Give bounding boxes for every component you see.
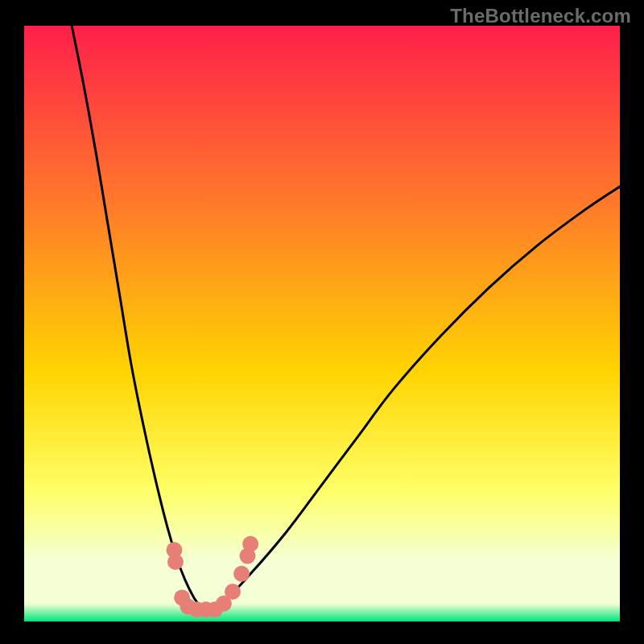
plot-background [24,26,620,621]
right-dot-5 [242,536,258,552]
watermark-text: TheBottleneck.com [450,5,631,27]
bottleneck-chart [0,0,644,644]
right-dot-3 [233,566,250,582]
right-dot-2 [225,584,241,600]
chart-stage: TheBottleneck.com [0,0,644,644]
left-dot-2 [167,554,184,570]
